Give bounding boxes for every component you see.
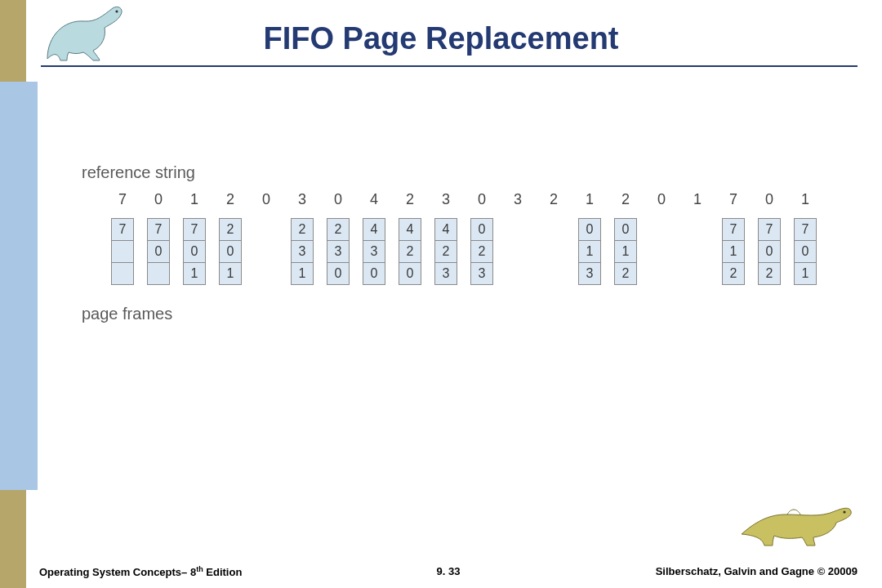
reference-string-value: 4 [356, 187, 392, 212]
dinosaur-top-icon [39, 3, 129, 67]
frame-cell: 7 [147, 218, 170, 241]
frame-column: 702 [758, 218, 781, 285]
reference-string-value: 3 [500, 187, 536, 212]
frame-cell: 0 [794, 240, 817, 263]
reference-string-value: 2 [608, 187, 644, 212]
frame-cell: 2 [291, 218, 314, 241]
reference-string-label: reference string [82, 163, 825, 182]
reference-string-value: 0 [248, 187, 284, 212]
frame-cell [147, 262, 170, 285]
frame-cell: 7 [111, 218, 134, 241]
frame-cell: 1 [183, 262, 206, 285]
frame-cell: 1 [219, 262, 242, 285]
reference-string-value: 7 [715, 187, 751, 212]
frame-cell: 2 [434, 240, 457, 263]
frame-column: 420 [399, 218, 421, 285]
frame-column: 712 [722, 218, 745, 285]
frame-cell: 4 [363, 218, 385, 241]
reference-string-value: 1 [572, 187, 608, 212]
frame-column: 023 [470, 218, 493, 285]
frame-column: 70 [147, 218, 170, 285]
frame-cell: 1 [291, 262, 314, 285]
frame-cell: 2 [614, 262, 637, 285]
reference-string-value: 2 [536, 187, 572, 212]
frame-cell: 0 [219, 240, 242, 263]
frame-cell: 4 [434, 218, 457, 241]
reference-string-value: 3 [428, 187, 464, 212]
frame-column: 013 [578, 218, 601, 285]
reference-string-value: 2 [212, 187, 248, 212]
frame-column: 430 [363, 218, 385, 285]
frame-cell [111, 262, 134, 285]
slide-title: FIFO Page Replacement [41, 21, 841, 56]
frame-cell: 0 [614, 218, 637, 241]
frame-cell: 0 [399, 262, 421, 285]
reference-string-value: 1 [787, 187, 823, 212]
frame-cell: 3 [363, 240, 385, 263]
frame-cell: 7 [183, 218, 206, 241]
frame-cell: 0 [363, 262, 385, 285]
frame-cell: 3 [327, 240, 350, 263]
frame-cell: 2 [470, 240, 493, 263]
frame-cell: 3 [291, 240, 314, 263]
reference-string-value: 7 [105, 187, 140, 212]
frame-cell: 2 [219, 218, 242, 241]
frame-cell: 0 [147, 240, 170, 263]
frame-cell: 1 [578, 240, 601, 263]
svg-point-0 [115, 10, 118, 12]
fifo-figure: reference string 70120304230321201701 77… [82, 163, 825, 323]
frame-cell: 0 [578, 218, 601, 241]
reference-string-value: 0 [644, 187, 679, 212]
page-frames-label: page frames [82, 305, 825, 323]
frame-cell: 0 [327, 262, 350, 285]
frame-cell: 2 [758, 262, 781, 285]
frame-cell: 3 [578, 262, 601, 285]
reference-string-value: 1 [176, 187, 212, 212]
frame-cell: 2 [399, 240, 421, 263]
footer-right: Silberschatz, Galvin and Gagne © 20009 [656, 565, 858, 577]
frame-cell [111, 240, 134, 263]
reference-string-value: 0 [320, 187, 356, 212]
left-bar-blue [0, 82, 38, 490]
dinosaur-bottom-icon [738, 482, 853, 547]
frame-cell: 2 [722, 262, 745, 285]
frame-column: 230 [327, 218, 350, 285]
reference-string-value: 1 [679, 187, 715, 212]
frame-column: 201 [219, 218, 242, 285]
frame-column: 423 [434, 218, 457, 285]
reference-string-value: 2 [392, 187, 428, 212]
reference-string-value: 0 [464, 187, 500, 212]
svg-point-1 [843, 510, 845, 513]
frame-cell: 1 [722, 240, 745, 263]
title-underline [41, 65, 858, 67]
frame-cell: 0 [470, 218, 493, 241]
frame-column: 701 [794, 218, 817, 285]
page-frames-row: 7707012012312304304204230230130127127027… [82, 218, 825, 293]
frame-cell: 1 [614, 240, 637, 263]
frame-cell: 0 [758, 240, 781, 263]
frame-cell: 7 [722, 218, 745, 241]
reference-string-value: 0 [751, 187, 787, 212]
frame-column: 701 [183, 218, 206, 285]
frame-cell: 1 [794, 262, 817, 285]
reference-string-value: 0 [140, 187, 176, 212]
frame-cell: 0 [183, 240, 206, 263]
reference-string-row: 70120304230321201701 [82, 187, 825, 215]
slide-footer: Operating System Concepts– 8th Edition 9… [39, 565, 858, 578]
frame-cell: 7 [758, 218, 781, 241]
frame-cell: 3 [470, 262, 493, 285]
frame-column: 7 [111, 218, 134, 285]
frame-cell: 3 [434, 262, 457, 285]
frame-cell: 2 [327, 218, 350, 241]
frame-cell: 4 [399, 218, 421, 241]
frame-column: 231 [291, 218, 314, 285]
frame-cell: 7 [794, 218, 817, 241]
frame-column: 012 [614, 218, 637, 285]
reference-string-value: 3 [284, 187, 320, 212]
